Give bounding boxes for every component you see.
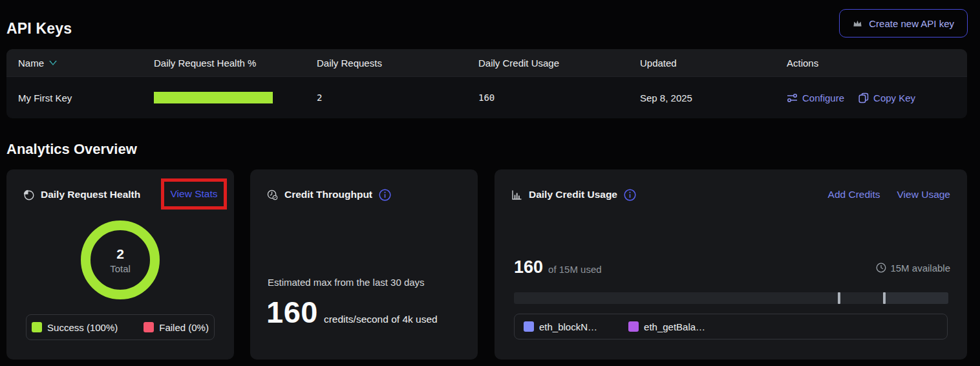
dashboard-page: API Keys Create new API key Name Daily R… [0, 0, 980, 366]
info-icon[interactable] [379, 189, 391, 201]
card-title: Daily Credit Usage [529, 189, 617, 200]
column-header-health: Daily Request Health % [154, 58, 317, 69]
request-health-donut: 2 Total [81, 221, 160, 299]
usage-bar-marker-1 [838, 292, 840, 304]
column-header-daily-requests: Daily Requests [317, 58, 478, 69]
gauge-icon [267, 189, 278, 200]
legend-item-eth-blocknumber: eth_blockN… [524, 321, 597, 332]
eth-getbalance-swatch [628, 321, 639, 332]
column-header-updated: Updated [640, 58, 787, 69]
usage-bar-marker-2 [883, 292, 886, 304]
info-icon[interactable] [624, 189, 636, 201]
view-usage-link[interactable]: View Usage [897, 189, 950, 200]
table-header-row: Name Daily Request Health % Daily Reques… [6, 49, 967, 76]
health-legend: Success (100%) Failed (0%) [26, 314, 215, 340]
copy-icon [858, 92, 869, 103]
eth-blocknumber-swatch [524, 321, 534, 332]
credits-available: 15M available [876, 263, 950, 274]
credits-used-label: of 15M used [548, 264, 602, 275]
usage-summary-row: 160 of 15M used 15M available [514, 257, 950, 277]
health-bar-fill [154, 92, 273, 103]
updated-value: Sep 8, 2025 [640, 92, 787, 103]
usage-bar-right-segment [883, 292, 948, 304]
credits-available-label: 15M available [890, 263, 950, 274]
throughput-subtitle: Estimated max from the last 30 days [268, 277, 425, 288]
sort-descending-icon[interactable] [49, 61, 57, 65]
configure-link[interactable]: Configure [787, 92, 844, 103]
credits-used-value: 160 [514, 257, 543, 277]
api-keys-table: Name Daily Request Health % Daily Reques… [6, 49, 967, 118]
column-header-name[interactable]: Name [18, 58, 154, 69]
view-stats-link[interactable]: View Stats [171, 188, 218, 200]
clock-icon [876, 263, 886, 273]
annotation-box: View Stats [161, 178, 227, 210]
legend-item-eth-getbalance: eth_getBala… [628, 321, 705, 332]
credit-throughput-card: Credit Throughput Estimated max from the… [250, 169, 478, 360]
success-swatch [32, 322, 42, 332]
create-api-key-label: Create new API key [869, 18, 954, 29]
donut-total-label: Total [110, 263, 131, 274]
bar-chart-icon [511, 189, 522, 200]
daily-request-health-card: Daily Request Health View Stats 2 Total … [6, 169, 234, 360]
table-row: My First Key 2 160 Sep 8, 2025 Configur [6, 76, 967, 118]
legend-item-success: Success (100%) [32, 322, 118, 333]
card-header: Daily Credit Usage Add Credits View Usag… [511, 185, 950, 204]
crown-icon [853, 19, 862, 28]
throughput-unit: credits/second of 4k used [324, 314, 438, 325]
legend-item-failed: Failed (0%) [144, 322, 209, 333]
add-credits-link[interactable]: Add Credits [828, 189, 880, 200]
page-title: API Keys [6, 20, 72, 38]
card-title: Daily Request Health [41, 189, 140, 200]
create-api-key-button[interactable]: Create new API key [839, 9, 968, 38]
health-bar [154, 92, 273, 103]
throughput-value-row: 160 credits/second of 4k used [266, 294, 438, 330]
daily-credit-usage-value: 160 [478, 92, 640, 103]
throughput-value: 160 [266, 294, 318, 330]
health-bar-cell [154, 92, 317, 103]
card-title: Credit Throughput [284, 189, 372, 200]
card-header: Credit Throughput [267, 185, 461, 204]
failed-swatch [144, 322, 154, 332]
daily-credit-usage-card: Daily Credit Usage Add Credits View Usag… [495, 169, 967, 360]
actions-cell: Configure Copy Key [787, 92, 967, 103]
usage-legend: eth_blockN… eth_getBala… [514, 314, 948, 339]
analytics-overview-title: Analytics Overview [6, 141, 137, 158]
column-header-daily-credit-usage: Daily Credit Usage [478, 58, 640, 69]
credit-usage-bar [514, 292, 948, 304]
sliders-icon [787, 92, 798, 103]
copy-key-link[interactable]: Copy Key [858, 92, 915, 103]
key-name: My First Key [18, 92, 154, 103]
card-links: Add Credits View Usage [828, 189, 950, 200]
daily-requests-value: 2 [317, 92, 478, 103]
column-header-actions: Actions [787, 58, 967, 69]
pie-chart-icon [23, 189, 34, 200]
donut-total-value: 2 [116, 246, 124, 262]
